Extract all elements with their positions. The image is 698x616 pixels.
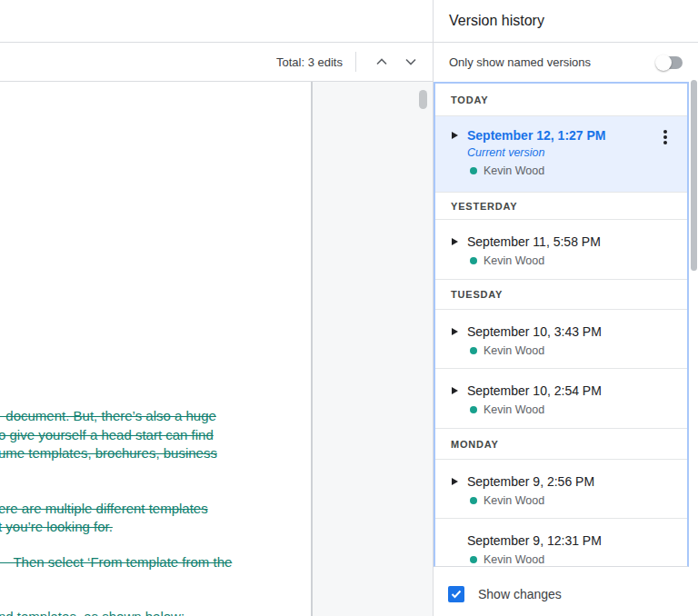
version-title[interactable]: September 10, 2:54 PM [467,383,674,398]
version-title[interactable]: September 12, 1:27 PM [467,128,674,143]
version-list[interactable]: TODAY September 12, 1:27 PM Current vers… [434,82,689,567]
version-author: Kevin Wood [470,494,674,507]
panel-header: Version history [434,0,698,43]
kebab-dot [663,141,667,144]
author-dot-icon [470,347,477,354]
only-named-versions-label: Only show named versions [449,55,591,69]
show-changes-checkbox[interactable] [448,586,464,602]
section-header-tuesday: TUESDAY [435,280,687,310]
author-name: Kevin Wood [484,494,544,507]
version-author: Kevin Wood [470,164,674,177]
panel-scrollbar[interactable] [691,80,697,271]
author-name: Kevin Wood [484,553,544,566]
author-name: Kevin Wood [484,403,544,416]
author-name: Kevin Wood [484,344,544,357]
version-item[interactable]: September 10, 3:43 PM Kevin Wood [435,310,687,369]
divider [355,52,356,72]
suggested-deletion-text: nd templates, as shown below: [0,607,184,616]
suggested-deletion-text: ume templates, brochures, business [0,443,217,462]
expand-arrow-icon[interactable] [452,238,458,245]
expand-arrow-icon[interactable] [452,132,458,139]
author-dot-icon [470,497,477,504]
version-author: Kevin Wood [470,403,674,416]
suggested-deletion-text: Then select ‘From template from the [0,552,232,571]
version-item[interactable]: September 9, 12:31 PM Kevin Wood [435,519,687,567]
section-label: TUESDAY [451,289,503,300]
section-label: TODAY [451,94,488,105]
author-dot-icon [470,167,477,174]
section-label: MONDAY [451,439,499,450]
version-item[interactable]: September 11, 5:58 PM Kevin Wood [435,220,687,280]
document-region: Total: 3 edits document. But, there’s al… [0,0,433,616]
expand-arrow-icon[interactable] [452,387,458,394]
suggested-deletion-text: ere are multiple different templates [0,499,208,518]
previous-edit-button[interactable] [371,51,393,73]
section-label: YESTERDAY [451,201,517,212]
current-version-label: Current version [467,146,674,159]
document-canvas[interactable]: document. But, there’s also a huge o giv… [0,82,433,616]
section-header-monday: MONDAY [435,429,687,460]
only-named-versions-toggle[interactable] [655,54,683,72]
panel-title: Version history [449,13,544,29]
kebab-dot [663,130,667,134]
edits-summary-bar: Total: 3 edits [0,43,433,82]
show-changes-row: Show changes [434,567,698,616]
toggle-knob [655,55,672,71]
author-name: Kevin Wood [484,164,544,177]
google-docs-version-history-screen: Total: 3 edits document. But, there’s al… [0,0,698,616]
show-changes-label: Show changes [478,587,562,601]
suggested-deletion-text: t you’re looking for. [0,517,113,536]
only-named-versions-row: Only show named versions [434,43,698,82]
author-name: Kevin Wood [484,254,544,267]
document-scrollbar[interactable] [419,90,427,109]
version-item[interactable]: September 10, 2:54 PM Kevin Wood [435,369,687,429]
expand-arrow-icon[interactable] [452,328,458,335]
chevron-up-icon [375,57,388,66]
version-history-panel: Version history Only show named versions… [433,0,698,616]
version-author: Kevin Wood [470,254,674,267]
author-dot-icon [470,406,477,413]
version-title[interactable]: September 11, 5:58 PM [467,234,674,249]
version-title[interactable]: September 9, 12:31 PM [467,533,674,548]
expand-arrow-icon[interactable] [452,478,458,485]
section-header-today: TODAY [435,84,687,116]
version-title[interactable]: September 9, 2:56 PM [467,474,674,489]
chevron-down-icon [404,57,417,66]
version-item[interactable]: September 9, 2:56 PM Kevin Wood [435,460,687,519]
more-options-button[interactable] [657,127,673,147]
author-dot-icon [470,257,477,264]
version-title[interactable]: September 10, 3:43 PM [467,324,674,339]
version-item-current[interactable]: September 12, 1:27 PM Current version Ke… [435,116,687,193]
total-edits-label: Total: 3 edits [276,55,343,69]
version-author: Kevin Wood [470,553,674,566]
author-dot-icon [470,556,477,563]
suggested-deletion-text: o give yourself a head start can find [0,425,214,444]
section-header-yesterday: YESTERDAY [435,193,687,220]
checkmark-icon [451,590,462,599]
toolbar-blank-area [0,0,433,43]
kebab-dot [663,135,667,139]
next-edit-button[interactable] [400,51,422,73]
version-author: Kevin Wood [470,344,674,357]
suggested-deletion-text: document. But, there’s also a huge [0,406,216,425]
